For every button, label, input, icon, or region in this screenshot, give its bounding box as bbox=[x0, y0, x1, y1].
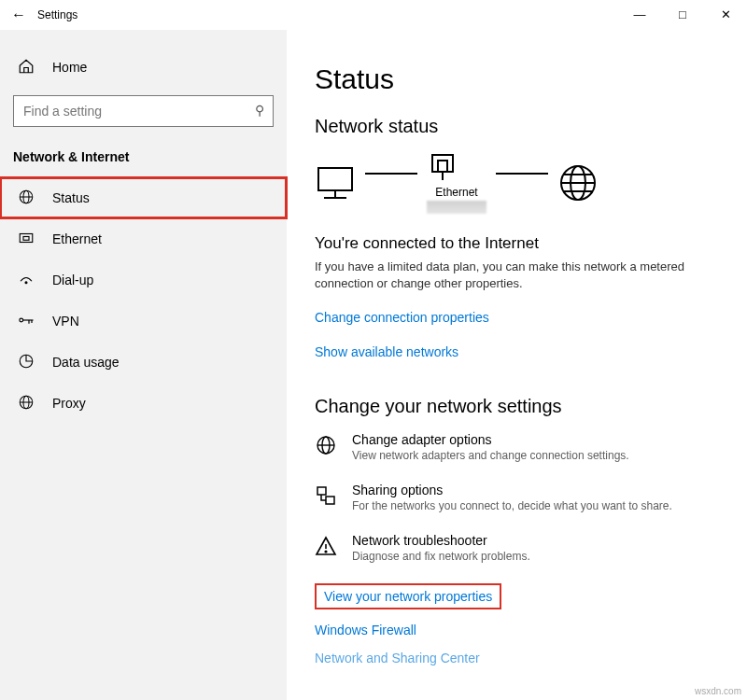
troubleshooter-icon bbox=[315, 533, 339, 563]
nav-label: Data usage bbox=[52, 355, 120, 370]
svg-rect-3 bbox=[20, 233, 33, 242]
computer-icon bbox=[315, 164, 356, 202]
vpn-icon bbox=[17, 314, 35, 329]
option-adapter[interactable]: Change adapter options View network adap… bbox=[315, 432, 719, 462]
svg-point-5 bbox=[25, 281, 27, 283]
window-title: Settings bbox=[37, 8, 78, 21]
svg-point-6 bbox=[20, 318, 23, 322]
close-button[interactable]: ✕ bbox=[704, 0, 747, 30]
option-title: Sharing options bbox=[352, 483, 672, 497]
show-available-networks-link[interactable]: Show available networks bbox=[315, 344, 458, 359]
maximize-button[interactable]: □ bbox=[661, 0, 704, 30]
option-desc: For the networks you connect to, decide … bbox=[352, 499, 672, 512]
home-icon bbox=[17, 58, 35, 77]
svg-rect-17 bbox=[432, 155, 453, 172]
page-title: Status bbox=[315, 63, 719, 95]
network-sharing-center-link[interactable]: Network and Sharing Center bbox=[315, 651, 719, 665]
nav-label: Status bbox=[52, 190, 90, 205]
connected-desc: If you have a limited data plan, you can… bbox=[315, 259, 688, 291]
watermark: wsxdn.com bbox=[695, 686, 741, 696]
sharing-icon bbox=[315, 483, 339, 512]
home-nav[interactable]: Home bbox=[0, 49, 287, 86]
network-diagram: Ethernet bbox=[315, 152, 719, 214]
nav-label: VPN bbox=[52, 314, 79, 329]
proxy-icon bbox=[17, 394, 35, 413]
option-sharing[interactable]: Sharing options For the networks you con… bbox=[315, 483, 719, 512]
ethernet-icon bbox=[17, 230, 35, 249]
window-controls: — □ ✕ bbox=[618, 0, 747, 30]
diagram-line bbox=[496, 173, 548, 175]
svg-rect-4 bbox=[23, 236, 29, 240]
sidebar: Home ⚲ Network & Internet Status Etherne… bbox=[0, 30, 287, 700]
home-label: Home bbox=[52, 60, 87, 75]
change-settings-heading: Change your network settings bbox=[315, 396, 719, 417]
network-status-heading: Network status bbox=[315, 116, 719, 137]
nav-label: Dial-up bbox=[52, 273, 93, 287]
svg-rect-28 bbox=[317, 487, 326, 495]
globe-icon bbox=[557, 162, 599, 203]
adapter-icon bbox=[315, 432, 339, 462]
diagram-label: Ethernet bbox=[427, 186, 486, 199]
content: Status Network status Ethernet You're co… bbox=[287, 30, 747, 700]
search-icon: ⚲ bbox=[255, 103, 264, 118]
status-icon bbox=[17, 189, 35, 208]
nav-ethernet[interactable]: Ethernet bbox=[0, 218, 287, 259]
svg-rect-18 bbox=[438, 161, 447, 172]
nav-vpn[interactable]: VPN bbox=[0, 301, 287, 342]
nav-dialup[interactable]: Dial-up bbox=[0, 259, 287, 301]
search-container: ⚲ bbox=[13, 95, 274, 127]
nav-label: Proxy bbox=[52, 396, 86, 411]
search-input[interactable] bbox=[13, 95, 274, 127]
diagram-line bbox=[365, 173, 417, 175]
svg-rect-29 bbox=[326, 497, 334, 504]
option-troubleshooter[interactable]: Network troubleshooter Diagnose and fix … bbox=[315, 533, 719, 563]
diagram-blur bbox=[427, 201, 486, 214]
datausage-icon bbox=[17, 353, 35, 372]
minimize-button[interactable]: — bbox=[618, 0, 661, 30]
svg-rect-14 bbox=[318, 168, 352, 190]
nav-label: Ethernet bbox=[52, 231, 102, 246]
svg-point-31 bbox=[325, 551, 327, 553]
view-network-properties-link[interactable]: View your network properties bbox=[315, 583, 501, 609]
option-desc: View network adapters and change connect… bbox=[352, 449, 629, 462]
connected-title: You're connected to the Internet bbox=[315, 234, 719, 253]
option-title: Change adapter options bbox=[352, 432, 629, 447]
category-heading: Network & Internet bbox=[0, 140, 287, 177]
router-block: Ethernet bbox=[427, 152, 486, 214]
change-connection-properties-link[interactable]: Change connection properties bbox=[315, 310, 489, 325]
option-desc: Diagnose and fix network problems. bbox=[352, 550, 530, 563]
nav-proxy[interactable]: Proxy bbox=[0, 383, 287, 424]
dialup-icon bbox=[17, 273, 35, 288]
nav-datausage[interactable]: Data usage bbox=[0, 342, 287, 383]
option-title: Network troubleshooter bbox=[352, 533, 530, 548]
nav-status[interactable]: Status bbox=[0, 177, 287, 218]
windows-firewall-link[interactable]: Windows Firewall bbox=[315, 623, 719, 637]
back-button[interactable]: ← bbox=[0, 0, 37, 30]
router-icon bbox=[427, 152, 458, 184]
